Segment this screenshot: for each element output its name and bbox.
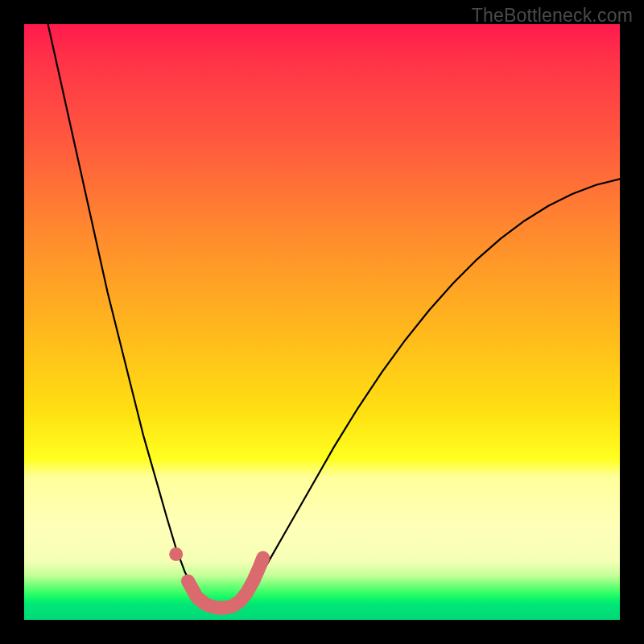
chart-frame: TheBottleneck.com — [0, 0, 644, 644]
highlight-dot — [169, 547, 183, 561]
curve-layer — [24, 24, 620, 620]
plot-area — [24, 24, 620, 620]
watermark-text: TheBottleneck.com — [472, 5, 633, 27]
bottleneck-curve — [48, 24, 620, 608]
highlight-segment — [188, 558, 263, 608]
